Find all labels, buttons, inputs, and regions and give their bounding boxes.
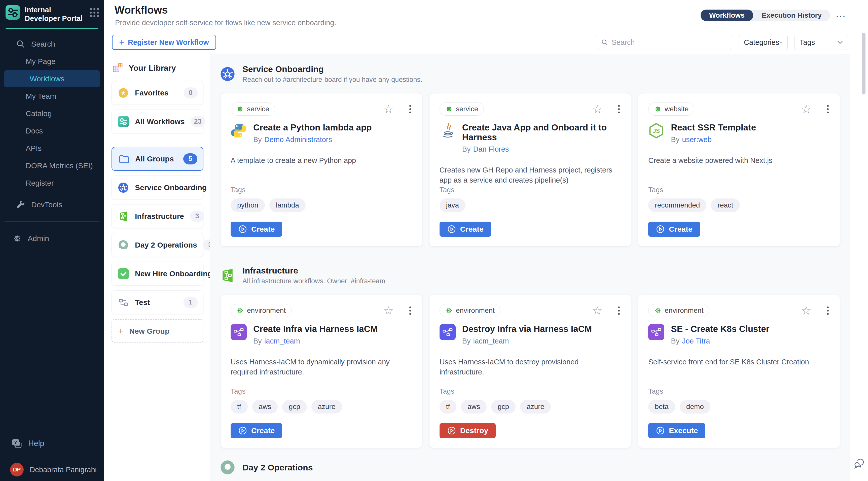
library-item-all-workflows[interactable]: All Workflows 23 [112, 110, 204, 133]
kebab-menu-icon[interactable] [617, 305, 621, 316]
author-link[interactable]: iacm_team [264, 337, 300, 345]
library-item-test[interactable]: Test 1 [112, 290, 204, 314]
sidebar-item-dora-metrics[interactable]: DORA Metrics (SEI) [0, 157, 104, 174]
workflow-description: Uses Harness-IaCM to dynamically provisi… [230, 357, 412, 377]
kebab-menu-icon[interactable] [408, 305, 412, 316]
user-name: Debabrata Panigrahi [30, 465, 97, 474]
kebab-menu-icon[interactable] [826, 305, 830, 316]
categories-dropdown[interactable]: Categories [739, 35, 788, 50]
create-button[interactable]: Create [230, 221, 282, 237]
sidebar-item-search[interactable]: Search [0, 35, 104, 53]
kubernetes-icon [220, 67, 235, 81]
kebab-menu-icon[interactable] [617, 104, 621, 114]
tag: react [711, 199, 740, 212]
search-icon [16, 39, 25, 49]
tag: java [439, 199, 465, 212]
author-link[interactable]: Dan Flores [473, 145, 509, 153]
count-badge: 5 [183, 153, 197, 164]
favorite-star-icon[interactable]: ☆ [592, 103, 602, 115]
category-label: environment [664, 306, 703, 314]
tags-label: Tags [648, 186, 830, 194]
library-item-favorites[interactable]: ★ Favorites 0 [112, 81, 204, 105]
favorite-star-icon[interactable]: ☆ [383, 103, 394, 115]
create-button[interactable]: Create [648, 221, 700, 237]
author-link[interactable]: user:web [682, 136, 712, 144]
tab-workflows[interactable]: Workflows [701, 9, 753, 21]
destroy-button[interactable]: Destroy [439, 423, 496, 438]
sidebar-item-my-team[interactable]: My Team [0, 87, 104, 105]
infrastructure-icon [220, 268, 235, 283]
sidebar-item-label: Docs [26, 127, 43, 135]
scrollbar-thumb[interactable] [862, 33, 866, 94]
section-infrastructure: Infrastructure All infrastructure workfl… [220, 266, 840, 285]
java-icon [439, 123, 456, 139]
workflow-description: A template to create a new Python app [230, 155, 412, 166]
workflow-card-destroy-infra: environment ☆ [429, 295, 631, 448]
library-item-new-hire-onboarding[interactable]: New Hire Onboarding 5 [112, 262, 204, 285]
library-item-infrastructure[interactable]: Infrastructure 3 [112, 204, 204, 228]
sidebar-item-devtools[interactable]: DevTools [0, 196, 104, 213]
python-icon [230, 123, 247, 139]
tags-label: Tags [800, 38, 815, 47]
help-label: Help [28, 439, 44, 448]
by-label: By [671, 136, 679, 144]
app-switcher-icon[interactable] [90, 5, 99, 17]
category-pill: website [648, 102, 694, 116]
favorite-star-icon[interactable]: ☆ [383, 305, 394, 316]
sidebar-item-workflows[interactable]: Workflows [4, 70, 100, 87]
help-chat-icon: ? [11, 439, 22, 448]
app-logo-icon [5, 5, 20, 20]
workflows-logo-icon [118, 116, 129, 127]
new-group-label: New Group [129, 327, 169, 335]
sidebar-item-apis[interactable]: APIs [0, 140, 104, 157]
sidebar-item-docs[interactable]: Docs [0, 122, 104, 140]
by-label: By [253, 136, 262, 144]
tag-row: recommended react [648, 199, 830, 212]
tags-dropdown[interactable]: Tags [794, 35, 848, 50]
library-header: Your Library [112, 62, 204, 74]
sidebar-item-help[interactable]: ? Help [11, 439, 44, 448]
register-new-workflow-button[interactable]: + Register New Workflow [112, 35, 216, 50]
tag-row: tf aws gcp azure [230, 400, 412, 414]
create-button[interactable]: Create [230, 423, 282, 438]
category-pill: environment [648, 304, 709, 317]
author-link[interactable]: iacm_team [473, 337, 509, 345]
execute-button[interactable]: Execute [648, 423, 705, 438]
workflow-description: Self-service front end for SE K8s Cluste… [648, 357, 830, 367]
create-button[interactable]: Create [439, 221, 491, 237]
workflow-title: Create Java App and Onboard it to Harnes… [462, 123, 621, 142]
library-item-day-2-operations[interactable]: Day 2 Operations 3 [112, 233, 204, 257]
kebab-menu-icon[interactable] [826, 104, 830, 114]
workflow-title: Destroy Infra via Harness IaCM [462, 324, 592, 334]
sidebar-item-my-page[interactable]: My Page [0, 53, 104, 70]
chat-support-icon[interactable] [854, 457, 865, 469]
library-item-all-groups[interactable]: All Groups 5 [112, 147, 204, 171]
search-input[interactable] [612, 38, 727, 47]
favorite-star-icon[interactable]: ☆ [801, 103, 811, 115]
favorite-star-icon[interactable]: ☆ [592, 305, 602, 316]
kubernetes-icon [118, 182, 129, 193]
favorite-star-icon[interactable]: ☆ [801, 305, 811, 316]
author-link[interactable]: Joe Titra [682, 337, 710, 345]
workflow-card-se-k8s-cluster: environment ☆ [638, 295, 840, 448]
user-menu[interactable]: DP Debabrata Panigrahi [10, 463, 97, 477]
count-badge: 23 [191, 116, 205, 127]
sidebar-item-admin[interactable]: Admin [0, 230, 104, 247]
tag: tf [439, 400, 457, 414]
more-options-icon[interactable]: ⋯ [836, 10, 846, 22]
play-circle-icon [656, 426, 665, 435]
tab-execution-history[interactable]: Execution History [753, 9, 830, 21]
sidebar-item-catalog[interactable]: Catalog [0, 105, 104, 122]
kebab-menu-icon[interactable] [408, 104, 412, 114]
author-link[interactable]: Demo Administrators [264, 136, 332, 144]
play-circle-icon [447, 224, 456, 234]
sidebar-item-register[interactable]: Register [0, 174, 104, 192]
library-item-label: Service Onboarding [135, 183, 207, 192]
sidebar-item-label: DORA Metrics (SEI) [26, 161, 93, 170]
sitemap-icon [118, 297, 129, 308]
workflow-title: Create a Python lambda app [253, 123, 372, 132]
new-group-button[interactable]: + New Group [112, 319, 204, 343]
sidebar-item-label: DevTools [31, 201, 62, 209]
library-item-service-onboarding[interactable]: Service Onboarding 3 [112, 176, 204, 200]
sidebar-item-label: My Page [26, 57, 55, 66]
